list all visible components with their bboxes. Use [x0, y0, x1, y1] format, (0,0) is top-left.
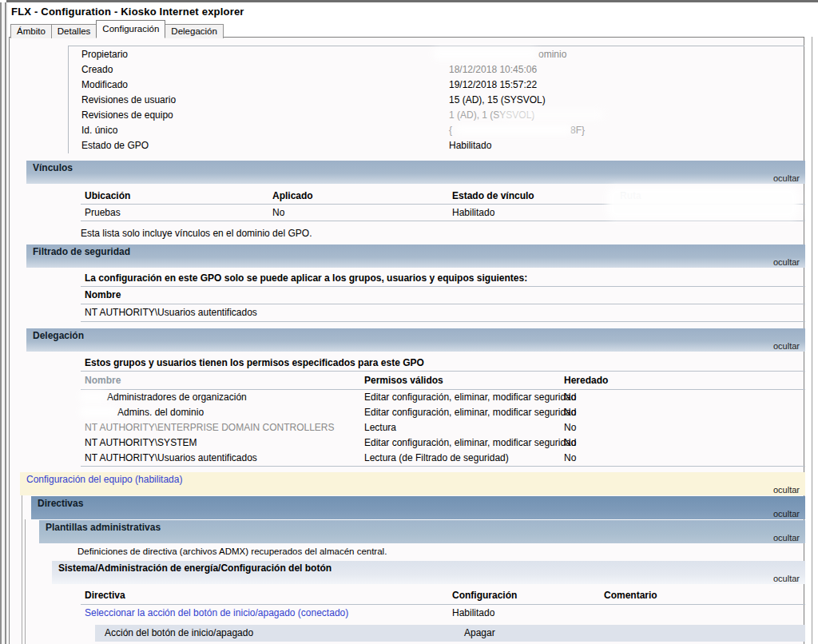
redaction-blur: [79, 407, 117, 417]
hide-link-vinculos[interactable]: ocultar: [773, 173, 800, 183]
tab-delegacion[interactable]: Delegación: [165, 24, 224, 38]
tab-ambito[interactable]: Ámbito: [10, 24, 52, 38]
col-header: Nombre: [85, 287, 121, 304]
col-header: Nombre: [85, 372, 121, 389]
delegacion-table: Estos grupos y usuarios tienen los permi…: [81, 354, 805, 467]
cell-heredado: No: [564, 390, 576, 405]
subrow-value: Apagar: [464, 625, 495, 642]
section-title: Directivas: [38, 498, 83, 509]
cell-estado: Habilitado: [452, 205, 494, 221]
section-bar-vinculos: Vínculos ocultar: [26, 161, 805, 184]
tab-configuracion[interactable]: Configuración: [96, 20, 165, 38]
detail-value-creado: 18/12/2018 10:45:06: [449, 62, 537, 78]
cell-heredado: No: [564, 451, 576, 466]
nesting-guide-line: [25, 519, 26, 644]
report-scrollbar[interactable]: [812, 37, 812, 644]
cell-nombre: NT AUTHORITY\ENTERPRISE DOMAIN CONTROLLE…: [85, 420, 335, 435]
table-row: NT AUTHORITY\ENTERPRISE DOMAIN CONTROLLE…: [81, 420, 805, 435]
detail-label: Modificado: [81, 78, 128, 93]
sistema-table: Directiva Configuración Comentario Selec…: [81, 587, 805, 622]
hide-link-delegacion[interactable]: ocultar: [773, 341, 800, 351]
col-header: Heredado: [564, 372, 608, 389]
col-header: Directiva: [85, 587, 125, 604]
cell-permisos: Editar configuración, eliminar, modifica…: [364, 405, 576, 420]
table-row: NT AUTHORITY\Usuarios autentificados: [81, 304, 805, 322]
detail-value-modificado: 19/12/2018 15:57:22: [449, 78, 537, 93]
redaction-blur: [79, 392, 108, 402]
section-title: Plantillas administrativas: [46, 522, 161, 533]
gpmc-report-window: FLX - Configuration - Kiosko Internet ex…: [0, 0, 818, 644]
cell-permisos: Lectura: [364, 420, 396, 435]
section-bar-equipo: Configuración del equipo (habilitada) oc…: [20, 472, 805, 495]
vinculos-note: Esta lista solo incluye vínculos en el d…: [81, 221, 805, 242]
hide-link-directivas[interactable]: ocultar: [773, 509, 800, 519]
detail-value-estado-gpo: Habilitado: [449, 138, 491, 153]
detail-label: Propietario: [81, 47, 128, 62]
delegacion-intro: Estos grupos y usuarios tienen los permi…: [81, 354, 805, 372]
section-title: Vínculos: [33, 162, 73, 173]
section-title: Delegación: [33, 330, 84, 341]
col-header: Configuración: [452, 587, 517, 604]
report-page: Propietario ominio Creado 18/12/2018 10:…: [9, 37, 804, 644]
cell-nombre: NT AUTHORITY\Usuarios autentificados: [85, 451, 257, 466]
section-bar-sistema: Sistema/Administración de energía/Config…: [52, 561, 805, 584]
filtrado-intro: La configuración en este GPO solo se pue…: [81, 270, 805, 287]
directiva-link[interactable]: Seleccionar la acción del botón de inici…: [85, 605, 348, 622]
filtrado-table: La configuración en este GPO solo se pue…: [81, 270, 805, 322]
hide-link-sistema[interactable]: ocultar: [773, 574, 800, 583]
cell-nombre: NT AUTHORITY\SYSTEM: [85, 435, 197, 451]
table-row: NT AUTHORITY\Usuarios autentificados Lec…: [81, 451, 805, 467]
cell-aplicado: No: [272, 205, 284, 221]
sistema-subrow: Acción del botón de inicio/apagado Apaga…: [95, 625, 805, 642]
section-bar-delegacion: Delegación ocultar: [26, 328, 805, 352]
cell-ubicacion: Pruebas: [85, 205, 121, 221]
col-header: Estado de vínculo: [452, 188, 534, 204]
detail-value-propietario-fragment: ominio: [538, 47, 566, 62]
col-header: Ubicación: [85, 188, 130, 204]
left-pane-edge: [0, 2, 8, 644]
gpo-title: FLX - Configuration - Kiosko Internet ex…: [11, 6, 244, 18]
detail-value-rev-usuario: 15 (AD), 15 (SYSVOL): [449, 93, 546, 108]
nesting-guide-line: [22, 495, 22, 644]
detail-label: Creado: [81, 62, 113, 78]
hide-link-plantillas[interactable]: ocultar: [773, 533, 800, 543]
table-row: Admins. del dominio Editar configuración…: [81, 405, 805, 420]
col-header: Permisos válidos: [364, 372, 443, 389]
window-top-border: [6, 0, 818, 2]
detail-label: Revisiones de usuario: [81, 93, 176, 108]
hide-link-filtrado[interactable]: ocultar: [773, 257, 800, 267]
equipo-title-link[interactable]: Configuración del equipo (habilitada): [26, 474, 182, 485]
cell-configuracion: Habilitado: [452, 605, 494, 622]
hide-link-equipo[interactable]: ocultar: [773, 485, 800, 495]
cell-nombre: Admins. del dominio: [117, 405, 204, 420]
section-bar-directivas: Directivas ocultar: [31, 496, 805, 519]
table-row: NT AUTHORITY\SYSTEM Editar configuración…: [81, 435, 805, 451]
cell-heredado: No: [564, 420, 576, 435]
detail-value-id-prefix: {: [449, 123, 452, 138]
table-row: Seleccionar la acción del botón de inici…: [81, 605, 805, 622]
tab-detalles[interactable]: Detalles: [51, 24, 97, 38]
gpo-details-table: Propietario ominio Creado 18/12/2018 10:…: [68, 46, 804, 153]
detail-value-id-suffix: 8F}: [570, 123, 585, 138]
redaction-blur: [455, 125, 572, 135]
detail-label: Revisiones de equipo: [81, 108, 173, 123]
cell-heredado: No: [564, 435, 576, 451]
section-title: Sistema/Administración de energía/Config…: [58, 563, 332, 574]
detail-label: Id. único: [81, 123, 117, 138]
redaction-blur: [500, 109, 604, 120]
col-header: Comentario: [604, 587, 657, 604]
cell-permisos: Editar configuración, eliminar, modifica…: [364, 435, 576, 451]
subrow-label: Acción del botón de inicio/apagado: [105, 625, 253, 642]
cell-permisos: Lectura (de Filtrado de seguridad): [364, 451, 509, 466]
table-row: Administradores de organización Editar c…: [81, 390, 805, 405]
tab-strip: Ámbito Detalles Configuración Delegación: [10, 22, 223, 38]
col-header: Aplicado: [272, 188, 313, 204]
cell-permisos: Editar configuración, eliminar, modifica…: [364, 390, 576, 405]
redaction-blur: [432, 48, 538, 60]
cell-heredado: No: [564, 405, 576, 420]
detail-label: Estado de GPO: [81, 138, 149, 153]
section-bar-filtrado: Filtrado de seguridad ocultar: [26, 244, 805, 268]
section-bar-plantillas: Plantillas administrativas ocultar: [39, 520, 805, 543]
section-title: Filtrado de seguridad: [33, 246, 130, 257]
cell-nombre: Administradores de organización: [107, 390, 247, 405]
